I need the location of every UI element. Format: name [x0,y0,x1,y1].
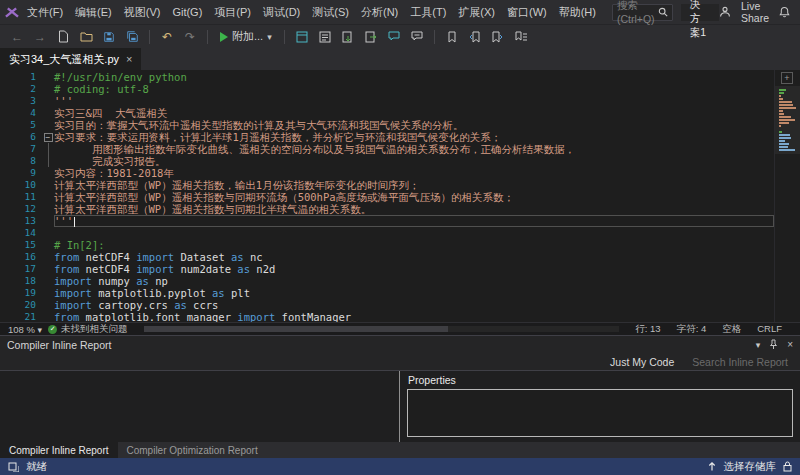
minimap-line [779,92,784,94]
document-tab[interactable]: 实习34_大气遥相关.py × [0,48,141,70]
next-bookmark-icon[interactable] [489,28,507,46]
document-health-indicator[interactable]: ✓ 未找到相关问题 [48,323,128,336]
menu-item-4[interactable]: 项目(P) [208,2,257,23]
lock-icon[interactable] [783,461,792,472]
line-number: 13 [0,215,42,227]
code-line[interactable]: 19import matplotlib.pyplot as plt [0,287,774,299]
line-number: 8 [0,155,42,167]
live-share-icon[interactable] [719,6,731,18]
menu-item-7[interactable]: 分析(N) [355,2,404,23]
zoom-control[interactable]: 108 % ▾ [8,324,42,335]
menu-item-9[interactable]: 扩展(X) [452,2,501,23]
run-play-icon [220,32,228,42]
window-position-icon[interactable]: ▾ [756,340,761,350]
save-icon[interactable] [100,28,118,46]
minimap-line [779,149,795,151]
line-indicator[interactable]: 行: 13 [635,323,660,336]
menu-item-8[interactable]: 工具(T) [404,2,452,23]
comment-icon[interactable] [385,28,403,46]
build-icon[interactable] [293,28,311,46]
code-line[interactable]: 1#!/usr/bin/env python [0,71,774,83]
close-panel-icon[interactable]: × [787,339,793,350]
code-line[interactable]: 8 完成实习报告。 [0,155,774,167]
export-data-icon[interactable] [362,28,380,46]
menu-item-11[interactable]: 帮助(H) [553,2,602,23]
just-my-code-toggle[interactable]: Just My Code [610,356,674,368]
menu-item-2[interactable]: 视图(V) [118,2,167,23]
code-text: 计算太平洋西部型（WP）遥相关指数与同期环流场（500hPa高度场或海平面气压场… [54,191,774,203]
previous-bookmark-icon[interactable] [466,28,484,46]
save-all-icon[interactable] [123,28,141,46]
navigate-backward-icon[interactable]: ← [8,28,26,46]
column-indicator[interactable]: 字符: 4 [677,323,707,336]
undo-icon[interactable]: ↶ [158,28,176,46]
bookmark-icon[interactable] [443,28,461,46]
minimap-line [779,122,789,124]
horizontal-scrollbar-thumb[interactable] [144,326,448,332]
attach-debugger-button[interactable]: 附加... ▾ [216,29,276,44]
line-number: 12 [0,203,42,215]
code-line[interactable]: 6−实习要求：要求运用资料，计算北半球1月遥相关指数，并分析它与环流和我国气候变… [0,131,774,143]
uncomment-icon[interactable] [408,28,426,46]
notifications-bell-icon[interactable] [779,6,790,18]
panel-tab-0[interactable]: Compiler Inline Report [0,442,118,458]
code-line[interactable]: 21from matplotlib.font_manager import fo… [0,311,774,322]
new-file-icon[interactable] [54,28,72,46]
line-ending-indicator[interactable]: CRLF [757,323,782,336]
code-line[interactable]: 17from netCDF4 import num2date as n2d [0,263,774,275]
bookmark-list-icon[interactable] [512,28,530,46]
import-data-icon[interactable] [339,28,357,46]
code-line[interactable]: 9实习内容：1981-2018年 [0,167,774,179]
code-line[interactable]: 3''' [0,95,774,107]
code-text: 计算太平洋西部型（WP）遥相关指数与同期北半球气温的相关系数。 [54,203,774,215]
properties-window-icon[interactable] [316,28,334,46]
navigate-forward-icon[interactable]: → [31,28,49,46]
code-line[interactable]: 14 [0,227,774,239]
code-line[interactable]: 20import cartopy.crs as ccrs [0,299,774,311]
scrollbar-map[interactable]: + [774,70,800,322]
code-line[interactable]: 7 用图形输出指数年际变化曲线、遥相关的空间分布以及与我国气温的相关系数分布，正… [0,143,774,155]
code-line[interactable]: 18import numpy as np [0,275,774,287]
minimap-line [779,95,781,97]
code-line[interactable]: 11计算太平洋西部型（WP）遥相关指数与同期环流场（500hPa高度场或海平面气… [0,191,774,203]
code-line[interactable]: 12计算太平洋西部型（WP）遥相关指数与同期北半球气温的相关系数。 [0,203,774,215]
pin-icon[interactable] [769,339,778,350]
redo-icon[interactable]: ↷ [181,28,199,46]
fold-collapse-icon[interactable]: − [42,131,54,143]
code-line[interactable]: 10计算太平洋西部型（WP）遥相关指数，输出1月份该指数年际变化的时间序列； [0,179,774,191]
code-editor[interactable]: 1#!/usr/bin/env python2# coding: utf-83'… [0,70,800,322]
menu-item-0[interactable]: 文件(F) [21,2,69,23]
code-line[interactable]: 5实习目的：掌握大气环流中遥相关型指数的计算及其与大气环流和我国气候关系的分析。 [0,119,774,131]
quick-search-box[interactable]: 搜索 (Ctrl+Q) [612,4,673,21]
code-text: import cartopy.crs as ccrs [54,299,774,311]
panel-tab-1[interactable]: Compiler Optimization Report [118,442,267,458]
repository-icon [707,461,717,472]
live-share-label[interactable]: Live Share [741,0,769,24]
code-line[interactable]: 4实习三&四 大气遥相关 [0,107,774,119]
menu-item-10[interactable]: 窗口(W) [501,2,553,23]
open-file-icon[interactable] [77,28,95,46]
code-line[interactable]: 2# coding: utf-8 [0,83,774,95]
line-number: 1 [0,71,42,83]
select-repository-button[interactable]: 选择存储库 [724,460,777,474]
horizontal-scrollbar[interactable] [144,326,620,332]
properties-box[interactable] [407,389,793,437]
panel-search-input[interactable]: Search Inline Report [692,356,788,368]
code-text: ''' [54,215,774,227]
menu-item-1[interactable]: 编辑(E) [69,2,118,23]
code-line[interactable]: 15# In[2]: [0,239,774,251]
menu-item-3[interactable]: Git(G) [166,3,208,21]
menu-item-6[interactable]: 测试(S) [306,2,355,23]
close-tab-icon[interactable]: × [126,54,132,65]
code-line[interactable]: 16from netCDF4 import Dataset as nc [0,251,774,263]
inline-report-tree-pane[interactable] [0,371,400,442]
code-line[interactable]: 13''' [0,215,774,227]
indentation-indicator[interactable]: 空格 [722,323,741,336]
scrollbar-options-icon[interactable]: + [781,72,793,84]
background-tasks-icon[interactable] [8,461,19,472]
solution-selector[interactable]: 解决方案1 [681,4,719,21]
panel-title-bar[interactable]: Compiler Inline Report ▾ × [0,336,800,353]
code-text: 计算太平洋西部型（WP）遥相关指数，输出1月份该指数年际变化的时间序列； [54,179,774,191]
menu-item-5[interactable]: 调试(D) [257,2,306,23]
line-number: 21 [0,311,42,322]
